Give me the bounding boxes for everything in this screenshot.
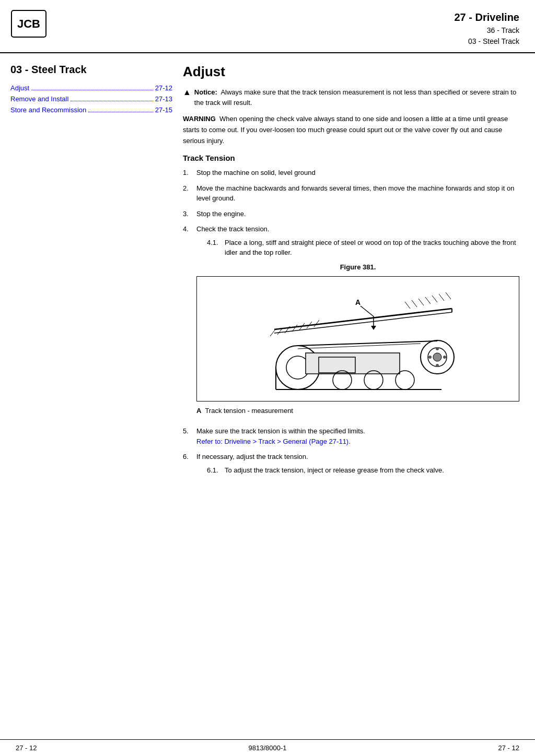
right-column: Adjust ▲ Notice: Always make sure that t… bbox=[183, 64, 519, 485]
footer-right: 27 - 12 bbox=[498, 744, 519, 752]
substep-4-1: 4.1. Place a long, stiff and straight pi… bbox=[207, 238, 519, 258]
footer-left: 27 - 12 bbox=[16, 744, 37, 752]
step-3-num: 3. bbox=[183, 209, 192, 219]
svg-point-35 bbox=[436, 347, 439, 350]
step-4-main: Check the track tension. bbox=[196, 225, 269, 233]
step-6-main: If necessary, adjust the track tension. bbox=[196, 453, 308, 460]
toc-page-store: 27-15 bbox=[155, 106, 172, 114]
steps-list: 1. Stop the machine on solid, level grou… bbox=[183, 168, 519, 479]
figure-caption-label: A bbox=[196, 407, 201, 415]
step-4: 4. Check the track tension. 4.1. Place a… bbox=[183, 224, 519, 421]
toc-page-adjust: 27-12 bbox=[155, 84, 172, 92]
header-title-block: 27 - Driveline 36 - Track 03 - Steel Tra… bbox=[454, 9, 519, 47]
substep-6-1-text: To adjust the track tension, inject or r… bbox=[225, 465, 444, 476]
step-5-num: 5. bbox=[183, 426, 192, 436]
step-4-text: Check the track tension. 4.1. Place a lo… bbox=[196, 224, 519, 421]
left-column: 03 - Steel Track Adjust 27-12 Remove and… bbox=[10, 64, 172, 485]
chapter-title: 27 - Driveline bbox=[454, 9, 519, 25]
svg-text:A: A bbox=[355, 298, 360, 306]
jcb-logo: JCB bbox=[10, 9, 47, 38]
substep-6-1-num: 6.1. bbox=[207, 465, 220, 476]
toc-link-remove[interactable]: Remove and Install bbox=[10, 95, 68, 103]
step-2-num: 2. bbox=[183, 183, 192, 194]
substep-4-1-num: 4.1. bbox=[207, 238, 220, 248]
main-content: 03 - Steel Track Adjust 27-12 Remove and… bbox=[0, 53, 535, 495]
notice-text: Notice: Always make sure that the track … bbox=[194, 87, 519, 108]
step-1: 1. Stop the machine on solid, level grou… bbox=[183, 168, 519, 178]
sub-steps-4: 4.1. Place a long, stiff and straight pi… bbox=[196, 238, 519, 258]
footer-center: 9813/8000-1 bbox=[248, 744, 286, 752]
toc-link-store[interactable]: Store and Recommission bbox=[10, 106, 86, 114]
track-tension-svg: A bbox=[259, 280, 457, 395]
step-6: 6. If necessary, adjust the track tensio… bbox=[183, 452, 519, 479]
svg-point-38 bbox=[428, 356, 432, 359]
page-header: JCB 27 - Driveline 36 - Track 03 - Steel… bbox=[0, 0, 535, 53]
figure-caption-text: Track tension - measurement bbox=[205, 407, 293, 415]
substep-6-1: 6.1. To adjust the track tension, inject… bbox=[207, 465, 519, 476]
figure-diagram: A bbox=[196, 276, 519, 401]
svg-point-37 bbox=[436, 364, 439, 367]
toc-item-store[interactable]: Store and Recommission 27-15 bbox=[10, 106, 172, 114]
figure-label: Figure 381. bbox=[196, 262, 519, 273]
toc-dots-remove bbox=[71, 95, 153, 101]
step-2-text: Move the machine backwards and forwards … bbox=[196, 183, 519, 204]
svg-rect-28 bbox=[306, 353, 400, 374]
figure-caption: A Track tension - measurement bbox=[196, 406, 519, 416]
toc-item-adjust[interactable]: Adjust 27-12 bbox=[10, 84, 172, 92]
page-footer: 27 - 12 9813/8000-1 27 - 12 bbox=[0, 739, 535, 756]
warning-triangle-icon: ▲ bbox=[183, 88, 191, 97]
refer-link[interactable]: Refer to: Driveline > Track > General (P… bbox=[196, 438, 351, 445]
toc-link-adjust[interactable]: Adjust bbox=[10, 84, 29, 92]
step-3-text: Stop the engine. bbox=[196, 209, 519, 219]
step-6-text: If necessary, adjust the track tension. … bbox=[196, 452, 519, 479]
svg-point-34 bbox=[433, 353, 441, 361]
notice-line: ▲ Notice: Always make sure that the trac… bbox=[183, 87, 519, 108]
toc-page-remove: 27-13 bbox=[155, 95, 172, 103]
step-6-num: 6. bbox=[183, 452, 192, 462]
warning-box: WARNING When opening the check valve alw… bbox=[183, 114, 519, 146]
adjust-heading: Adjust bbox=[183, 64, 519, 80]
section-title-header: 36 - Track bbox=[454, 25, 519, 36]
step-4-num: 4. bbox=[183, 224, 192, 234]
track-tension-heading: Track Tension bbox=[183, 153, 519, 162]
svg-rect-2 bbox=[259, 280, 457, 395]
toc-dots-adjust bbox=[31, 84, 153, 90]
step-5-text: Make sure the track tension is within th… bbox=[196, 426, 519, 446]
substep-4-1-text: Place a long, stiff and straight piece o… bbox=[225, 238, 519, 258]
step-1-num: 1. bbox=[183, 168, 192, 178]
toc-item-remove[interactable]: Remove and Install 27-13 bbox=[10, 95, 172, 103]
notice-box: ▲ Notice: Always make sure that the trac… bbox=[183, 87, 519, 108]
toc-dots-store bbox=[88, 106, 153, 112]
step-1-text: Stop the machine on solid, level ground bbox=[196, 168, 519, 178]
step-2: 2. Move the machine backwards and forwar… bbox=[183, 183, 519, 204]
step-5-main: Make sure the track tension is within th… bbox=[196, 427, 365, 435]
step-5: 5. Make sure the track tension is within… bbox=[183, 426, 519, 446]
left-section-title: 03 - Steel Track bbox=[10, 64, 172, 76]
step-3: 3. Stop the engine. bbox=[183, 209, 519, 219]
warning-label: WARNING bbox=[183, 115, 216, 123]
notice-label: Notice: bbox=[194, 88, 217, 96]
warning-text: When opening the check valve always stan… bbox=[183, 115, 508, 145]
svg-text:JCB: JCB bbox=[17, 17, 40, 30]
subsection-title-header: 03 - Steel Track bbox=[454, 36, 519, 47]
svg-point-36 bbox=[443, 356, 446, 359]
notice-body: Always make sure that the track tension … bbox=[194, 88, 516, 107]
sub-steps-6: 6.1. To adjust the track tension, inject… bbox=[196, 465, 519, 476]
